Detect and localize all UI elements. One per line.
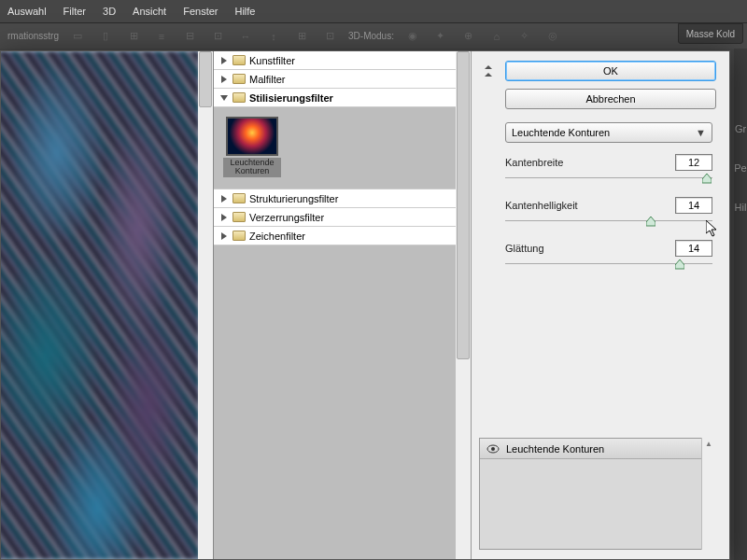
filter-tree-pane: Kunstfilter Malfilter Stilisierungsfilte… (214, 51, 472, 559)
tool-icon[interactable]: ▭ (68, 27, 87, 46)
svg-marker-5 (221, 232, 227, 240)
triangle-right-icon (219, 75, 229, 84)
menu-hilfe[interactable]: Hilfe (234, 6, 255, 17)
ok-button[interactable]: OK (505, 61, 716, 81)
tree-item-verzerrungsfilter[interactable]: Verzerrungsfilter (214, 208, 471, 227)
svg-marker-8 (702, 174, 712, 183)
tree-label: Malfilter (249, 74, 286, 85)
filter-thumbs: Leuchtende Konturen (214, 107, 471, 189)
collapse-button[interactable] (479, 61, 498, 81)
slider-kantenhelligkeit[interactable] (505, 216, 712, 229)
options-label-left: rmationsstrg (7, 31, 59, 41)
preview-scrollbar[interactable] (198, 51, 213, 559)
filter-dropdown[interactable]: Leuchtende Konturen ▼ (505, 122, 712, 143)
folder-icon (233, 231, 246, 241)
toolbar-tag[interactable]: Masse Kold (678, 23, 743, 44)
menu-ansicht[interactable]: Ansicht (133, 6, 166, 17)
effects-header[interactable]: Leuchtende Konturen (480, 439, 715, 459)
mode-icon[interactable]: ◎ (543, 27, 562, 46)
tree-item-strukturierungsfilter[interactable]: Strukturierungsfilter (214, 189, 471, 208)
slider-handle[interactable] (702, 174, 712, 184)
thumb-preview (226, 117, 278, 156)
tree-item-zeichenfilter[interactable]: Zeichenfilter (214, 227, 471, 245)
folder-icon (233, 55, 246, 65)
menu-3d[interactable]: 3D (103, 6, 116, 17)
dropdown-value: Leuchtende Konturen (512, 127, 610, 138)
param-label: Kantenbreite (505, 157, 563, 168)
tree-label: Strukturierungsfilter (249, 193, 338, 204)
param-label: Glättung (505, 243, 544, 254)
mode-icon[interactable]: ✦ (431, 27, 450, 46)
svg-marker-2 (220, 95, 228, 101)
tool-icon[interactable]: ≡ (152, 27, 171, 46)
svg-marker-3 (221, 195, 227, 203)
chevron-down-icon: ▼ (696, 127, 706, 138)
controls-pane: OK Abbrechen Leuchtende Konturen ▼ Kante… (472, 51, 729, 559)
tool-icon[interactable]: ⊞ (124, 27, 143, 46)
svg-marker-7 (485, 73, 492, 77)
triangle-right-icon (219, 194, 229, 203)
folder-icon (233, 92, 246, 103)
mode-icon[interactable]: ✧ (515, 27, 534, 46)
param-label: Kantenhelligkeit (505, 200, 578, 211)
tree-item-kunstfilter[interactable]: Kunstfilter (214, 51, 471, 70)
sidebar-tab[interactable]: Pe (734, 162, 746, 174)
effects-scrollbar[interactable]: ▲ (701, 438, 716, 550)
mode-icon[interactable]: ⌂ (487, 27, 506, 46)
scrollbar-thumb[interactable] (199, 51, 212, 107)
menu-bar: Auswahl Filter 3D Ansicht Fenster Hilfe (0, 0, 747, 22)
param-value-input[interactable]: 14 (675, 197, 712, 214)
folder-icon (233, 193, 246, 203)
tree-label: Kunstfilter (249, 55, 295, 66)
tree-item-stilisierungsfilter[interactable]: Stilisierungsfilter (214, 89, 471, 107)
tool-icon[interactable]: ↔ (236, 27, 255, 46)
svg-marker-1 (221, 76, 227, 83)
triangle-right-icon (219, 213, 229, 222)
tool-icon[interactable]: ⊟ (180, 27, 199, 46)
mode-icon[interactable]: ⊕ (459, 27, 478, 46)
filter-gallery-dialog: Kunstfilter Malfilter Stilisierungsfilte… (0, 50, 730, 560)
svg-marker-4 (221, 214, 227, 221)
tool-icon[interactable]: ⊞ (292, 27, 311, 46)
menu-fenster[interactable]: Fenster (183, 6, 218, 17)
sidebar-tab[interactable]: Hil (735, 202, 747, 213)
slider-glaettung[interactable] (505, 259, 712, 272)
scroll-up-icon[interactable]: ▲ (705, 440, 712, 448)
triangle-right-icon (219, 56, 229, 65)
param-value-input[interactable]: 14 (675, 240, 712, 257)
triangle-right-icon (219, 231, 229, 241)
filter-category-list-2: Strukturierungsfilter Verzerrungsfilter … (214, 189, 471, 245)
preview-image[interactable] (1, 51, 199, 559)
tree-item-malfilter[interactable]: Malfilter (214, 70, 471, 89)
param-kantenhelligkeit: Kantenhelligkeit 14 (505, 197, 712, 236)
menu-filter[interactable]: Filter (63, 6, 86, 17)
tool-icon[interactable]: ↕ (264, 27, 283, 46)
cancel-button[interactable]: Abbrechen (505, 89, 716, 109)
slider-handle[interactable] (675, 259, 684, 270)
param-value-input[interactable]: 12 (675, 154, 712, 171)
right-sidebar: Gr Pe Hil (734, 49, 747, 560)
slider-kantenbreite[interactable] (505, 173, 712, 186)
mode-icon[interactable]: ◉ (403, 27, 422, 46)
filter-thumb-leuchtende-konturen[interactable]: Leuchtende Konturen (223, 117, 281, 179)
scrollbar-thumb[interactable] (457, 51, 470, 359)
svg-marker-6 (485, 65, 492, 69)
sidebar-tab[interactable]: Gr (735, 123, 746, 134)
filter-category-list: Kunstfilter Malfilter Stilisierungsfilte… (214, 51, 471, 107)
effects-layers-panel: Leuchtende Konturen (479, 438, 716, 550)
slider-handle[interactable] (646, 217, 655, 227)
thumb-label: Leuchtende Konturen (223, 158, 281, 177)
tool-icon[interactable]: ⊡ (208, 27, 227, 46)
svg-marker-0 (221, 57, 227, 64)
tree-label: Verzerrungsfilter (249, 212, 324, 223)
tree-empty-area (214, 245, 471, 559)
options-bar: rmationsstrg ▭ ▯ ⊞ ≡ ⊟ ⊡ ↔ ↕ ⊞ ⊡ 3D-Modu… (0, 22, 747, 49)
visibility-eye-icon[interactable] (486, 442, 500, 455)
tree-scrollbar[interactable] (456, 51, 471, 559)
tool-icon[interactable]: ▯ (96, 27, 115, 46)
param-kantenbreite: Kantenbreite 12 (505, 154, 712, 193)
tree-label: Stilisierungsfilter (249, 92, 333, 104)
tool-icon[interactable]: ⊡ (320, 27, 339, 46)
folder-icon (233, 212, 246, 222)
menu-auswahl[interactable]: Auswahl (7, 6, 47, 17)
